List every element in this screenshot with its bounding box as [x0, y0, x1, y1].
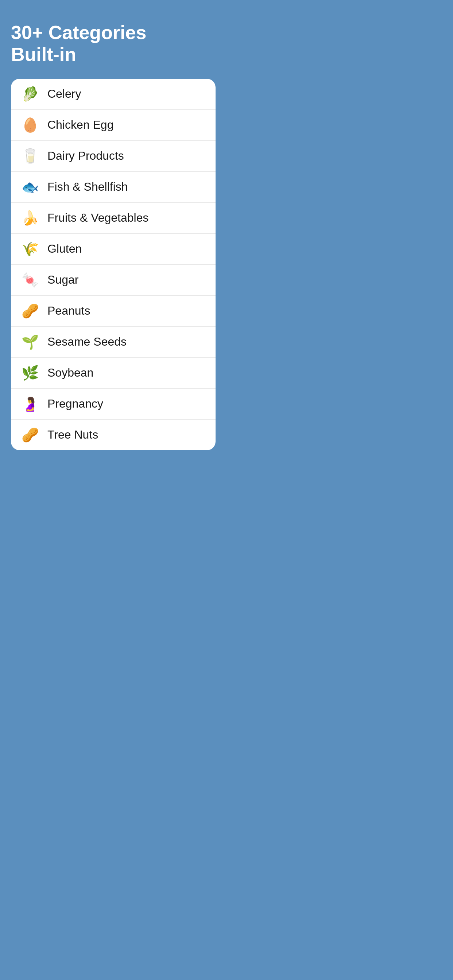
celery-label: Celery [48, 87, 81, 100]
list-item-dairy-products[interactable]: 🥛Dairy Products [11, 141, 215, 172]
pregnancy-icon: 🤰 [20, 396, 40, 412]
sugar-icon: 🍬 [20, 272, 40, 288]
soybean-icon: 🌿 [20, 365, 40, 381]
peanuts-icon: 🥜 [20, 303, 40, 319]
list-item-peanuts[interactable]: 🥜Peanuts [11, 296, 215, 327]
pregnancy-label: Pregnancy [48, 397, 103, 410]
chicken-egg-icon: 🥚 [20, 117, 40, 133]
list-item-tree-nuts[interactable]: 🥜Tree Nuts [11, 420, 215, 450]
gluten-label: Gluten [48, 242, 82, 256]
list-item-chicken-egg[interactable]: 🥚Chicken Egg [11, 110, 215, 141]
tree-nuts-label: Tree Nuts [48, 428, 98, 442]
list-item-celery[interactable]: 🥬Celery [11, 79, 215, 110]
fish-shellfish-icon: 🐟 [20, 179, 40, 195]
sesame-seeds-label: Sesame Seeds [48, 335, 126, 348]
list-item-pregnancy[interactable]: 🤰Pregnancy [11, 389, 215, 420]
categories-card: 🥬Celery🥚Chicken Egg🥛Dairy Products🐟Fish … [11, 79, 215, 450]
dairy-products-label: Dairy Products [48, 149, 124, 162]
fruits-vegetables-label: Fruits & Vegetables [48, 211, 148, 224]
chicken-egg-label: Chicken Egg [48, 118, 113, 132]
page-title: 30+ CategoriesBuilt-in [11, 22, 146, 65]
list-item-sesame-seeds[interactable]: 🌱Sesame Seeds [11, 327, 215, 358]
fruits-vegetables-icon: 🍌 [20, 210, 40, 226]
peanuts-label: Peanuts [48, 304, 90, 318]
list-item-fruits-vegetables[interactable]: 🍌Fruits & Vegetables [11, 203, 215, 234]
list-item-gluten[interactable]: 🌾Gluten [11, 234, 215, 265]
fish-shellfish-label: Fish & Shellfish [48, 180, 128, 194]
list-item-sugar[interactable]: 🍬Sugar [11, 265, 215, 296]
soybean-label: Soybean [48, 366, 93, 380]
dairy-products-icon: 🥛 [20, 148, 40, 164]
tree-nuts-icon: 🥜 [20, 427, 40, 443]
gluten-icon: 🌾 [20, 241, 40, 257]
celery-icon: 🥬 [20, 86, 40, 102]
sugar-label: Sugar [48, 273, 78, 286]
list-item-fish-shellfish[interactable]: 🐟Fish & Shellfish [11, 172, 215, 203]
sesame-seeds-icon: 🌱 [20, 334, 40, 350]
list-item-soybean[interactable]: 🌿Soybean [11, 358, 215, 389]
